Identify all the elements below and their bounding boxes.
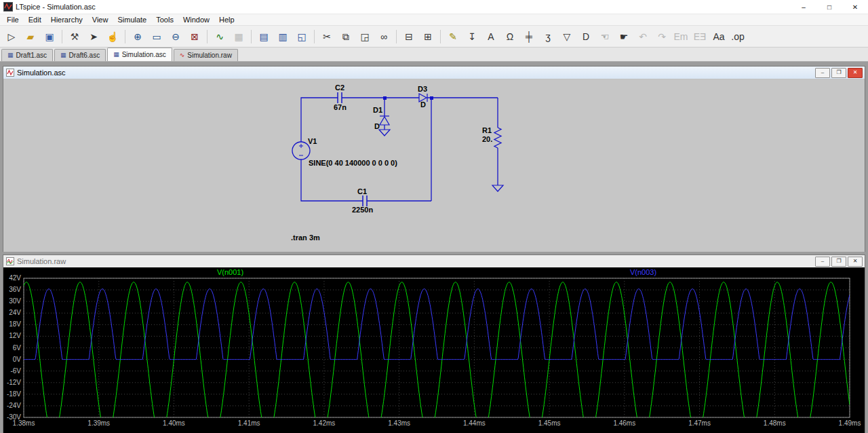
schematic-file-icon: ▦	[7, 52, 14, 58]
menu-hierarchy[interactable]: Hierarchy	[46, 14, 87, 25]
waveform-window-icon	[6, 257, 14, 265]
label-c2-value[interactable]: 67n	[334, 103, 347, 111]
trace-V(n003)[interactable]	[24, 289, 850, 360]
menu-edit[interactable]: Edit	[24, 14, 46, 25]
schematic-window-titlebar[interactable]: Simulation.asc – ❐ ✕	[3, 67, 865, 79]
zoom-full-extents-button[interactable]: ⊠	[185, 27, 204, 45]
tab-simulation-raw[interactable]: ∿ Simulation.raw	[174, 49, 238, 61]
y-axis-tick-label: 6V	[13, 344, 22, 352]
cascade-windows-button[interactable]: ◱	[292, 27, 311, 45]
print-button[interactable]: ⊟	[399, 27, 418, 45]
move-button[interactable]: ☜	[595, 27, 614, 45]
copy-button[interactable]: ⧉	[336, 27, 355, 45]
print-preview-button[interactable]: ⊞	[418, 27, 437, 45]
tile-horizontal-button[interactable]: ▤	[254, 27, 273, 45]
spice-directive-text[interactable]: .tran 3m	[291, 233, 320, 242]
trace-V(n001)[interactable]	[24, 282, 850, 433]
menu-file[interactable]: File	[2, 14, 24, 25]
label-c1-value[interactable]: 2250n	[352, 206, 373, 214]
resistor-r1[interactable]	[494, 128, 501, 148]
schematic-canvas[interactable]: C2 67n D3 D D1 D V1 SINE(0 40 140000 0 0…	[3, 79, 865, 252]
waveform-window-titlebar[interactable]: Simulation.raw – ❐ ✕	[3, 255, 865, 268]
label-d3-name[interactable]: D3	[418, 85, 427, 93]
capacitor-c1[interactable]	[363, 195, 367, 206]
x-axis-tick-label: 1.40ms	[163, 419, 185, 427]
menu-simulate[interactable]: Simulate	[113, 14, 151, 25]
label-d1-name[interactable]: D1	[373, 106, 382, 114]
zoom-out-button[interactable]: ⊖	[166, 27, 185, 45]
ground-symbol[interactable]	[492, 185, 503, 191]
child-close-button[interactable]: ✕	[848, 68, 863, 78]
cut-button[interactable]: ✂	[317, 27, 336, 45]
autorange-y-axis-button[interactable]: ∿	[210, 27, 229, 45]
new-schematic-button[interactable]: ▷	[2, 27, 21, 45]
control-panel-button[interactable]: ⚒	[65, 27, 84, 45]
trace-label-V(n003)[interactable]: V(n003)	[630, 268, 656, 276]
child-restore-button[interactable]: ❐	[831, 68, 846, 78]
undo-button[interactable]: ↶	[633, 27, 652, 45]
close-button[interactable]: ✕	[842, 0, 868, 14]
label-net-button[interactable]: A	[481, 27, 500, 45]
menu-help[interactable]: Help	[214, 14, 239, 25]
run-simulation-button[interactable]: ➤	[84, 27, 103, 45]
tab-label: Draft6.asc	[69, 52, 100, 59]
schematic-drawing[interactable]: C2 67n D3 D D1 D V1 SINE(0 40 140000 0 0…	[3, 79, 865, 252]
label-d1-value[interactable]: D	[374, 122, 380, 130]
y-axis-tick-label: 0V	[13, 356, 22, 363]
place-ground-button[interactable]: ↧	[462, 27, 481, 45]
tab-draft1-asc[interactable]: ▦ Draft1.asc	[1, 49, 53, 61]
child-restore-button[interactable]: ❐	[831, 257, 846, 267]
place-resistor-button[interactable]: Ω	[500, 27, 519, 45]
schematic-window: Simulation.asc – ❐ ✕	[3, 66, 865, 252]
diode-d1[interactable]	[380, 116, 389, 125]
place-diode-button[interactable]: ▽	[557, 27, 576, 45]
label-r1-name[interactable]: R1	[482, 126, 492, 134]
maximize-button[interactable]: □	[816, 0, 842, 14]
plot-settings-button[interactable]: ▦	[229, 27, 248, 45]
wires[interactable]	[301, 98, 498, 201]
ground-symbol[interactable]	[379, 130, 390, 136]
open-file-button[interactable]: ▰	[21, 27, 40, 45]
place-component-button[interactable]: D	[576, 27, 595, 45]
label-c2-name[interactable]: C2	[335, 83, 344, 92]
halt-simulation-button[interactable]: ☝	[103, 27, 122, 45]
tab-draft6-asc[interactable]: ▦ Draft6.asc	[54, 49, 106, 61]
paste-button[interactable]: ◲	[355, 27, 374, 45]
save-button[interactable]: ▣	[40, 27, 59, 45]
find-button[interactable]: ∞	[374, 27, 393, 45]
x-axis-tick-label: 1.39ms	[87, 419, 110, 427]
drag-button[interactable]: ☛	[614, 27, 633, 45]
menu-view[interactable]: View	[87, 14, 113, 25]
place-inductor-button[interactable]: ʒ	[538, 27, 557, 45]
tab-label: Simulation.asc	[122, 51, 166, 58]
trace-label-V(n001)[interactable]: V(n001)	[217, 268, 243, 276]
child-close-button[interactable]: ✕	[848, 257, 863, 267]
rotate-button[interactable]: Em	[671, 27, 690, 45]
place-capacitor-button[interactable]: ╪	[519, 27, 538, 45]
zoom-area-button[interactable]: ▭	[147, 27, 166, 45]
toolbar-separator	[440, 30, 441, 43]
label-r1-value[interactable]: 20.	[482, 135, 492, 143]
label-v1-name[interactable]: V1	[308, 137, 317, 145]
label-c1-name[interactable]: C1	[357, 187, 367, 195]
child-minimize-button[interactable]: –	[815, 257, 830, 267]
waveform-canvas[interactable]: 1.38ms1.39ms1.40ms1.41ms1.42ms1.43ms1.44…	[3, 267, 865, 433]
draft-wire-button[interactable]: ✎	[443, 27, 462, 45]
minimize-button[interactable]: –	[791, 0, 816, 14]
label-v1-value[interactable]: SINE(0 40 140000 0 0 0 0)	[309, 159, 397, 167]
zoom-in-button[interactable]: ⊕	[128, 27, 147, 45]
label-d3-value[interactable]: D	[420, 100, 426, 109]
mirror-button[interactable]: EƎ	[690, 27, 709, 45]
text-button[interactable]: Aa	[709, 27, 728, 45]
waveform-window: Simulation.raw – ❐ ✕ 1.38ms1.39ms1.40ms1…	[3, 255, 865, 433]
spice-directive-button[interactable]: .op	[728, 27, 747, 45]
child-minimize-button[interactable]: –	[815, 68, 830, 78]
y-axis-tick-label: -12V	[7, 379, 21, 386]
tile-vertical-button[interactable]: ▥	[273, 27, 292, 45]
redo-button[interactable]: ↷	[652, 27, 671, 45]
waveform-plot-area[interactable]: 1.38ms1.39ms1.40ms1.41ms1.42ms1.43ms1.44…	[3, 267, 865, 433]
menu-tools[interactable]: Tools	[151, 14, 178, 25]
menu-window[interactable]: Window	[178, 14, 214, 25]
tab-simulation-asc[interactable]: ▦ Simulation.asc	[107, 48, 172, 61]
capacitor-c2[interactable]	[338, 92, 342, 103]
